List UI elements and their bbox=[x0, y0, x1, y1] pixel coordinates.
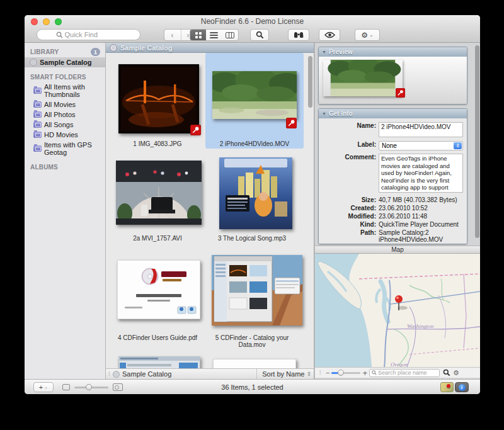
preview-button[interactable] bbox=[319, 29, 340, 41]
label-label: Label: bbox=[319, 141, 379, 150]
zoom-in-icon[interactable]: + bbox=[362, 368, 367, 378]
sidebar-item-all-songs[interactable]: All Songs bbox=[25, 120, 105, 130]
view-segmented-control bbox=[190, 29, 239, 41]
window-title: NeoFinder 6.6 - Demo License bbox=[25, 15, 480, 28]
grid-item-iphone4hdvideo[interactable]: 2 iPhone4HDVideo.MOV bbox=[205, 53, 304, 149]
sidebar-item-label: All Songs bbox=[44, 121, 73, 128]
grid-view-button[interactable] bbox=[190, 29, 206, 41]
zoom-slider-knob[interactable] bbox=[338, 370, 344, 376]
drag-handle-icon[interactable]: ⦙ bbox=[106, 371, 113, 378]
smart-folder-icon bbox=[33, 145, 42, 152]
preview-section-header[interactable]: ▼ Preview bbox=[319, 47, 467, 57]
browser-scrollbar[interactable] bbox=[308, 56, 312, 108]
modified-label: Modified: bbox=[319, 213, 379, 220]
grid-item-img-4083[interactable]: 1 IMG_4083.JPG bbox=[111, 58, 204, 152]
get-info-body: Name: 2 iPhone4HDVideo.MOV Label: None ⇕… bbox=[319, 118, 467, 244]
grid-item-cdfinder-guide[interactable]: 4 CDFinder Users Guide.pdf bbox=[111, 258, 204, 351]
compare-button[interactable] bbox=[288, 29, 309, 41]
sidebar-item-items-with-gps-geotag[interactable]: Items with GPS Geotag bbox=[25, 140, 105, 157]
back-button[interactable]: ‹ bbox=[164, 30, 180, 40]
map-search-icon[interactable] bbox=[443, 369, 450, 376]
thumbnail-partial-screenshot bbox=[118, 356, 200, 368]
comment-label: Comment: bbox=[319, 154, 379, 193]
browser-pane: Sample Catalog bbox=[106, 43, 314, 379]
smart-folders-header-label: SMART FOLDERS bbox=[30, 74, 86, 81]
title-bar[interactable]: NeoFinder 6.6 - Demo License bbox=[25, 15, 480, 28]
preview-section-title: Preview bbox=[329, 48, 353, 55]
column-view-button[interactable] bbox=[222, 29, 238, 41]
place-search-field[interactable] bbox=[369, 369, 440, 377]
sidebar: LIBRARY 1 Sample Catalog SMART FOLDERS A… bbox=[25, 43, 106, 379]
quick-find-input[interactable] bbox=[65, 31, 122, 38]
modified-value: 23.06.2010 11:48 bbox=[379, 213, 427, 220]
toggle-info-button[interactable]: i bbox=[455, 382, 469, 392]
get-info-section: ▼ Get Info Name: 2 iPhone4HDVideo.MOV La… bbox=[318, 108, 467, 244]
smart-folder-icon bbox=[33, 88, 42, 94]
main-area: LIBRARY 1 Sample Catalog SMART FOLDERS A… bbox=[25, 43, 480, 379]
sidebar-item-label: Sample Catalog bbox=[40, 59, 92, 66]
map-settings-gear-icon[interactable]: ⚙ bbox=[453, 369, 459, 377]
grid-item-mvi-1757[interactable]: 2a MVI_1757.AVI bbox=[111, 159, 204, 252]
grid-item-label: 4 CDFinder Users Guide.pdf bbox=[111, 334, 204, 341]
map-view[interactable]: Washington Oregon bbox=[315, 254, 480, 367]
map-canvas[interactable]: Washington Oregon bbox=[315, 254, 480, 367]
sidebar-item-all-photos[interactable]: All Photos bbox=[25, 110, 105, 120]
thumbnail-partial-document bbox=[213, 359, 296, 368]
created-label: Created: bbox=[319, 205, 379, 212]
smart-folders-header: SMART FOLDERS bbox=[25, 72, 105, 82]
close-button[interactable] bbox=[31, 18, 38, 25]
geotag-pin-badge bbox=[396, 88, 405, 98]
drag-handle-icon[interactable]: ⦙ bbox=[317, 370, 324, 376]
map-state-label-south: Oregon bbox=[391, 361, 408, 367]
thumbnail-supertramp-album bbox=[219, 157, 292, 229]
action-menu-button[interactable]: ⚙ ⌄ bbox=[355, 29, 380, 41]
find-button[interactable] bbox=[250, 29, 269, 41]
sort-stepper-icon: ⇕ bbox=[306, 371, 311, 377]
grid-item-label: 3 The Logical Song.mp3 bbox=[205, 235, 299, 242]
inspector-scrollbar[interactable] bbox=[475, 45, 479, 238]
sidebar-item-hd-movies[interactable]: HD Movies bbox=[25, 130, 105, 140]
kind-value: QuickTime Player Document bbox=[379, 221, 459, 228]
place-search-input[interactable] bbox=[378, 370, 435, 376]
minimize-button[interactable] bbox=[43, 18, 50, 25]
zoom-button[interactable] bbox=[55, 18, 62, 25]
comment-field[interactable]: Even GeoTags in iPhone movies are catalo… bbox=[379, 154, 463, 193]
get-info-section-title: Get Info bbox=[329, 110, 353, 117]
sort-menu[interactable]: Sort by Name ⇕ bbox=[256, 369, 314, 379]
search-icon bbox=[372, 370, 377, 375]
disclosure-triangle-icon[interactable]: ▼ bbox=[322, 50, 326, 54]
size-value: 40,7 MB (40.703.382 Bytes) bbox=[379, 196, 457, 203]
preview-body bbox=[319, 57, 467, 105]
sort-menu-label: Sort by Name bbox=[262, 370, 304, 378]
disclosure-triangle-icon[interactable]: ▼ bbox=[322, 111, 326, 116]
sidebar-item-sample-catalog[interactable]: Sample Catalog bbox=[25, 57, 105, 67]
path-catalog-name[interactable]: Sample Catalog bbox=[122, 370, 171, 378]
list-view-button[interactable] bbox=[206, 29, 222, 41]
smart-folder-icon bbox=[33, 132, 42, 138]
map-divider[interactable]: Map bbox=[315, 246, 480, 254]
preview-thumbnail-forest[interactable] bbox=[323, 60, 403, 96]
sidebar-item-all-items-with-thumbnails[interactable]: All Items with Thumbnails bbox=[25, 82, 105, 99]
map-zoom-control[interactable]: − + bbox=[326, 368, 367, 378]
neofinder-window: NeoFinder 6.6 - Demo License ‹ › bbox=[25, 15, 480, 394]
quick-find-field[interactable] bbox=[37, 29, 140, 40]
grid-item-logical-song[interactable]: 3 The Logical Song.mp3 bbox=[205, 159, 299, 252]
kind-label: Kind: bbox=[319, 221, 379, 228]
catalog-disc-icon bbox=[30, 59, 37, 66]
grid-item-cdfinder-movie[interactable]: 5 CDFinder - Catalog your Data.mov bbox=[205, 258, 299, 351]
label-dropdown[interactable]: None ⇕ bbox=[379, 141, 463, 150]
zoom-slider-track[interactable] bbox=[331, 372, 360, 374]
get-info-section-header[interactable]: ▼ Get Info bbox=[319, 109, 467, 118]
albums-header-label: ALBUMS bbox=[30, 164, 58, 171]
library-header: LIBRARY 1 bbox=[25, 47, 105, 57]
zoom-out-icon[interactable]: − bbox=[326, 369, 329, 376]
gear-icon: ⚙ bbox=[361, 31, 368, 40]
toolbar: ‹ › bbox=[25, 28, 480, 43]
catalog-header-title: Sample Catalog bbox=[120, 44, 173, 52]
sidebar-item-label: All Items with Thumbnails bbox=[44, 83, 103, 98]
grid-view-icon bbox=[195, 32, 202, 38]
name-field[interactable]: 2 iPhone4HDVideo.MOV bbox=[379, 122, 463, 137]
toggle-map-button[interactable] bbox=[440, 382, 454, 392]
sidebar-item-all-movies[interactable]: All Movies bbox=[25, 99, 105, 110]
name-label: Name: bbox=[319, 122, 379, 137]
